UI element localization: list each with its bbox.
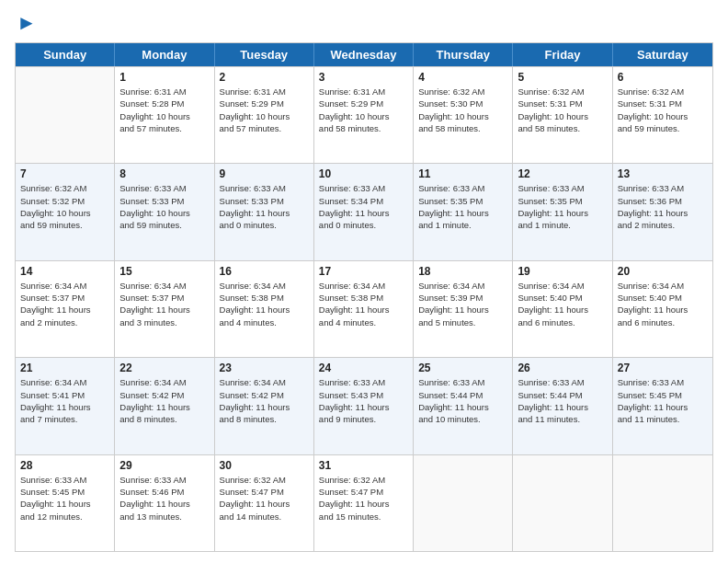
day-cell-9: 9Sunrise: 6:33 AM Sunset: 5:33 PM Daylig… <box>215 164 314 259</box>
day-info: Sunrise: 6:32 AM Sunset: 5:30 PM Dayligh… <box>418 86 507 134</box>
day-info: Sunrise: 6:32 AM Sunset: 5:47 PM Dayligh… <box>220 474 309 523</box>
day-info: Sunrise: 6:31 AM Sunset: 5:29 PM Dayligh… <box>319 86 408 134</box>
day-info: Sunrise: 6:31 AM Sunset: 5:28 PM Dayligh… <box>119 86 209 134</box>
week-row-3: 14Sunrise: 6:34 AM Sunset: 5:37 PM Dayli… <box>16 260 712 357</box>
day-number: 21 <box>20 362 109 374</box>
day-cell-17: 17Sunrise: 6:34 AM Sunset: 5:38 PM Dayli… <box>314 261 414 357</box>
day-info: Sunrise: 6:33 AM Sunset: 5:43 PM Dayligh… <box>319 376 408 425</box>
day-number: 31 <box>319 459 408 472</box>
calendar-header: SundayMondayTuesdayWednesdayThursdayFrid… <box>16 43 712 66</box>
day-info: Sunrise: 6:34 AM Sunset: 5:38 PM Dayligh… <box>220 280 309 328</box>
day-number: 20 <box>618 265 708 278</box>
day-cell-14: 14Sunrise: 6:34 AM Sunset: 5:37 PM Dayli… <box>16 261 115 357</box>
header-day-thursday: Thursday <box>414 43 513 66</box>
week-row-4: 21Sunrise: 6:34 AM Sunset: 5:41 PM Dayli… <box>16 357 712 454</box>
day-number: 27 <box>618 362 708 374</box>
day-number: 12 <box>518 167 607 180</box>
header-day-wednesday: Wednesday <box>314 43 414 66</box>
day-number: 18 <box>418 265 507 278</box>
day-cell-24: 24Sunrise: 6:33 AM Sunset: 5:43 PM Dayli… <box>314 358 414 454</box>
day-cell-28: 28Sunrise: 6:33 AM Sunset: 5:45 PM Dayli… <box>16 455 115 551</box>
day-number: 25 <box>418 362 507 374</box>
day-info: Sunrise: 6:34 AM Sunset: 5:37 PM Dayligh… <box>119 280 209 328</box>
day-cell-6: 6Sunrise: 6:32 AM Sunset: 5:31 PM Daylig… <box>613 67 712 163</box>
day-cell-23: 23Sunrise: 6:34 AM Sunset: 5:42 PM Dayli… <box>215 358 314 454</box>
day-cell-11: 11Sunrise: 6:33 AM Sunset: 5:35 PM Dayli… <box>414 164 513 259</box>
day-info: Sunrise: 6:33 AM Sunset: 5:45 PM Dayligh… <box>618 376 708 425</box>
day-number: 11 <box>418 167 507 180</box>
day-info: Sunrise: 6:34 AM Sunset: 5:42 PM Dayligh… <box>119 376 209 425</box>
day-number: 3 <box>319 71 408 84</box>
empty-cell <box>16 67 115 163</box>
day-cell-3: 3Sunrise: 6:31 AM Sunset: 5:29 PM Daylig… <box>314 67 414 163</box>
day-info: Sunrise: 6:33 AM Sunset: 5:33 PM Dayligh… <box>119 182 209 231</box>
day-cell-26: 26Sunrise: 6:33 AM Sunset: 5:44 PM Dayli… <box>513 358 612 454</box>
day-info: Sunrise: 6:32 AM Sunset: 5:32 PM Dayligh… <box>20 182 109 231</box>
day-info: Sunrise: 6:33 AM Sunset: 5:33 PM Dayligh… <box>220 182 309 231</box>
day-number: 15 <box>119 265 209 278</box>
week-row-5: 28Sunrise: 6:33 AM Sunset: 5:45 PM Dayli… <box>16 454 712 551</box>
empty-cell <box>613 455 712 551</box>
day-cell-12: 12Sunrise: 6:33 AM Sunset: 5:35 PM Dayli… <box>513 164 612 259</box>
day-info: Sunrise: 6:33 AM Sunset: 5:36 PM Dayligh… <box>618 182 708 231</box>
day-cell-30: 30Sunrise: 6:32 AM Sunset: 5:47 PM Dayli… <box>215 455 314 551</box>
day-number: 7 <box>20 167 109 180</box>
day-number: 1 <box>119 71 209 84</box>
day-cell-5: 5Sunrise: 6:32 AM Sunset: 5:31 PM Daylig… <box>513 67 612 163</box>
day-number: 19 <box>518 265 607 278</box>
header-day-sunday: Sunday <box>16 43 115 66</box>
day-number: 8 <box>119 167 209 180</box>
week-row-2: 7Sunrise: 6:32 AM Sunset: 5:32 PM Daylig… <box>16 163 712 259</box>
logo-bird-icon: ► <box>17 11 37 35</box>
day-info: Sunrise: 6:32 AM Sunset: 5:31 PM Dayligh… <box>618 86 708 134</box>
header: ► <box>15 11 713 35</box>
day-info: Sunrise: 6:31 AM Sunset: 5:29 PM Dayligh… <box>220 86 309 134</box>
empty-cell <box>414 455 513 551</box>
day-cell-1: 1Sunrise: 6:31 AM Sunset: 5:28 PM Daylig… <box>115 67 214 163</box>
header-day-monday: Monday <box>115 43 214 66</box>
day-info: Sunrise: 6:34 AM Sunset: 5:40 PM Dayligh… <box>518 280 607 328</box>
day-cell-13: 13Sunrise: 6:33 AM Sunset: 5:36 PM Dayli… <box>613 164 712 259</box>
day-number: 2 <box>220 71 309 84</box>
day-cell-4: 4Sunrise: 6:32 AM Sunset: 5:30 PM Daylig… <box>414 67 513 163</box>
day-number: 23 <box>220 362 309 374</box>
day-cell-19: 19Sunrise: 6:34 AM Sunset: 5:40 PM Dayli… <box>513 261 612 357</box>
day-cell-25: 25Sunrise: 6:33 AM Sunset: 5:44 PM Dayli… <box>414 358 513 454</box>
day-number: 29 <box>119 459 209 472</box>
day-cell-8: 8Sunrise: 6:33 AM Sunset: 5:33 PM Daylig… <box>115 164 214 259</box>
day-info: Sunrise: 6:33 AM Sunset: 5:35 PM Dayligh… <box>418 182 507 231</box>
day-cell-15: 15Sunrise: 6:34 AM Sunset: 5:37 PM Dayli… <box>115 261 214 357</box>
day-number: 28 <box>20 459 109 472</box>
header-day-saturday: Saturday <box>613 43 712 66</box>
week-row-1: 1Sunrise: 6:31 AM Sunset: 5:28 PM Daylig… <box>16 66 712 163</box>
day-number: 9 <box>220 167 309 180</box>
day-cell-18: 18Sunrise: 6:34 AM Sunset: 5:39 PM Dayli… <box>414 261 513 357</box>
day-number: 14 <box>20 265 109 278</box>
empty-cell <box>513 455 612 551</box>
day-info: Sunrise: 6:34 AM Sunset: 5:40 PM Dayligh… <box>618 280 708 328</box>
day-number: 6 <box>618 71 708 84</box>
day-cell-10: 10Sunrise: 6:33 AM Sunset: 5:34 PM Dayli… <box>314 164 414 259</box>
day-number: 10 <box>319 167 408 180</box>
day-number: 26 <box>518 362 607 374</box>
page: ► SundayMondayTuesdayWednesdayThursdayFr… <box>0 0 728 563</box>
day-info: Sunrise: 6:33 AM Sunset: 5:44 PM Dayligh… <box>418 376 507 425</box>
day-number: 22 <box>119 362 209 374</box>
day-info: Sunrise: 6:34 AM Sunset: 5:39 PM Dayligh… <box>418 280 507 328</box>
day-number: 16 <box>220 265 309 278</box>
day-info: Sunrise: 6:33 AM Sunset: 5:46 PM Dayligh… <box>119 474 209 523</box>
day-info: Sunrise: 6:34 AM Sunset: 5:37 PM Dayligh… <box>20 280 109 328</box>
day-cell-22: 22Sunrise: 6:34 AM Sunset: 5:42 PM Dayli… <box>115 358 214 454</box>
day-info: Sunrise: 6:32 AM Sunset: 5:47 PM Dayligh… <box>319 474 408 523</box>
day-number: 13 <box>618 167 708 180</box>
day-number: 24 <box>319 362 408 374</box>
day-info: Sunrise: 6:34 AM Sunset: 5:38 PM Dayligh… <box>319 280 408 328</box>
day-cell-29: 29Sunrise: 6:33 AM Sunset: 5:46 PM Dayli… <box>115 455 214 551</box>
header-day-tuesday: Tuesday <box>215 43 314 66</box>
header-day-friday: Friday <box>513 43 612 66</box>
day-number: 17 <box>319 265 408 278</box>
day-info: Sunrise: 6:34 AM Sunset: 5:41 PM Dayligh… <box>20 376 109 425</box>
day-number: 30 <box>220 459 309 472</box>
day-cell-2: 2Sunrise: 6:31 AM Sunset: 5:29 PM Daylig… <box>215 67 314 163</box>
day-number: 4 <box>418 71 507 84</box>
